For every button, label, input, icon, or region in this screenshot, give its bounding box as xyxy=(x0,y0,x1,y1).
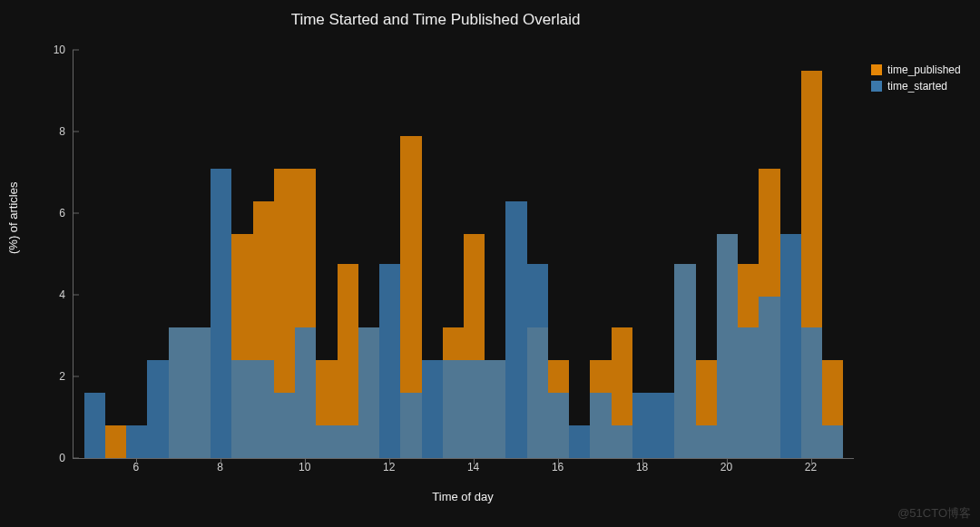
bar-time-started xyxy=(443,360,464,458)
x-tick-mark xyxy=(220,458,221,464)
chart-container: Time Started and Time Published Overlaid… xyxy=(0,0,980,527)
bar-time-started xyxy=(464,360,485,458)
y-tick-label: 4 xyxy=(0,288,71,301)
bar-time-started xyxy=(527,264,548,458)
bar-time-started xyxy=(485,360,505,458)
bar-time-started xyxy=(295,327,316,458)
bar-time-started xyxy=(674,264,695,458)
bar-time-started xyxy=(822,425,843,458)
bar-time-started xyxy=(548,393,569,458)
bar-time-started xyxy=(653,393,674,458)
x-tick-mark xyxy=(389,458,390,464)
legend-swatch-time-published xyxy=(871,64,882,75)
x-tick-mark xyxy=(305,458,306,464)
legend: time_published time_started xyxy=(871,63,961,96)
bar-time-started xyxy=(379,264,400,458)
bar-time-started xyxy=(316,425,337,458)
bar-time-started xyxy=(147,360,168,458)
bar-time-published xyxy=(105,425,126,458)
bar-time-started xyxy=(612,425,632,458)
x-axis-label: Time of day xyxy=(73,490,853,503)
bar-time-started xyxy=(169,327,190,458)
bars-group xyxy=(74,50,854,458)
legend-label-time-started: time_started xyxy=(887,80,947,93)
bar-time-started xyxy=(759,297,779,458)
bar-time-started xyxy=(801,327,822,458)
chart-title: Time Started and Time Published Overlaid xyxy=(0,11,871,29)
legend-entry-time-published: time_published xyxy=(871,63,961,76)
bar-time-started xyxy=(211,169,231,459)
bar-time-started xyxy=(84,393,105,458)
x-tick-mark xyxy=(474,458,475,464)
y-tick-label: 2 xyxy=(0,370,71,383)
bar-time-started xyxy=(696,425,717,458)
x-tick-mark xyxy=(811,458,812,464)
bar-time-started xyxy=(505,201,526,459)
bar-time-started xyxy=(738,327,759,458)
x-tick-mark xyxy=(558,458,559,464)
y-tick-label: 6 xyxy=(0,207,71,220)
plot-area xyxy=(73,50,854,459)
bar-time-started xyxy=(231,360,252,458)
y-tick-label: 8 xyxy=(0,125,71,138)
bar-time-started xyxy=(400,393,421,458)
bar-time-started xyxy=(338,425,358,458)
legend-swatch-time-started xyxy=(871,81,882,92)
bar-time-started xyxy=(590,393,611,458)
x-tick-mark xyxy=(136,458,137,464)
y-tick-label: 0 xyxy=(0,452,71,464)
bar-time-started xyxy=(717,234,738,459)
bar-time-started xyxy=(569,425,590,458)
bar-time-started xyxy=(358,327,379,458)
legend-entry-time-started: time_started xyxy=(871,80,961,93)
bar-time-started xyxy=(274,393,295,458)
bar-time-started xyxy=(253,360,274,458)
bar-time-started xyxy=(126,425,147,458)
watermark: @51CTO博客 xyxy=(897,505,971,522)
bar-time-started xyxy=(190,327,211,458)
bar-time-started xyxy=(780,234,801,459)
bar-time-started xyxy=(422,360,443,458)
y-tick-label: 10 xyxy=(0,44,71,56)
legend-label-time-published: time_published xyxy=(887,63,961,76)
bar-time-started xyxy=(632,393,653,458)
x-tick-mark xyxy=(642,458,643,464)
x-tick-mark xyxy=(727,458,728,464)
